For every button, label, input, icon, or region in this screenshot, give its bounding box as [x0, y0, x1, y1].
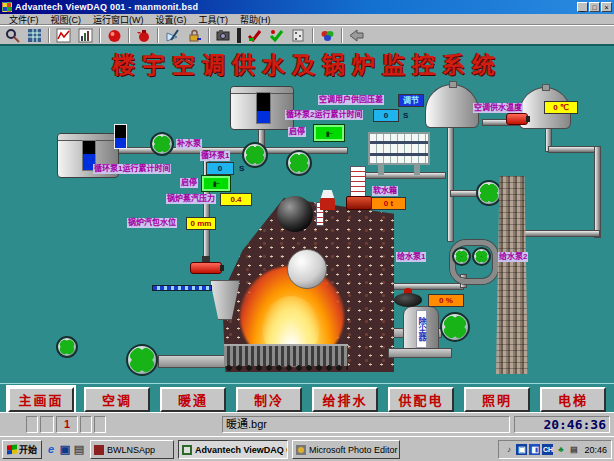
water-tank[interactable] [230, 86, 294, 130]
palette-leaf-icon[interactable] [317, 27, 338, 44]
close-button[interactable]: × [601, 2, 612, 12]
channels-icon[interactable]: ▣ [58, 442, 72, 456]
supply-valve[interactable] [506, 113, 528, 125]
circulation-pump1-fan[interactable] [242, 142, 268, 168]
status-current-file: 暖通.bgr [222, 416, 510, 433]
camera-icon[interactable] [213, 27, 234, 44]
page-nav-strip: 主画面 空调 暖通 制冷 给排水 供配电 照明 电梯 [0, 383, 614, 412]
level-meter [350, 166, 366, 198]
level-meter-base [346, 196, 372, 210]
minimize-button[interactable]: _ [577, 2, 588, 12]
system-tray: ♪ ▣ ◧ CH ♣ ▤ 20:46 [498, 440, 612, 459]
label-makeup-pump: 补水泵 [176, 139, 202, 149]
menu-view[interactable]: 视图(C) [46, 13, 87, 26]
toolbar-separator [237, 28, 241, 43]
maximize-button[interactable]: □ [589, 2, 600, 12]
boiler-drum-level-value: 0 mm [186, 217, 216, 230]
nav-elevator[interactable]: 电梯 [540, 387, 606, 412]
label-boiler-drum-level: 锅炉汽包水位 [127, 218, 177, 228]
heat-exchanger [368, 132, 430, 165]
coal-feed-valve[interactable] [190, 262, 222, 274]
level-gauge-fill [115, 138, 126, 148]
status-clock: 20:46:36 [514, 416, 610, 433]
menu-run-window[interactable]: 运行窗口(W) [88, 13, 149, 26]
check-red-icon[interactable] [244, 27, 265, 44]
tank-level-fill [257, 111, 270, 123]
run-stop-indicator-1[interactable] [202, 176, 230, 191]
nav-main-screen[interactable]: 主画面 [8, 387, 74, 412]
window-title: Advantech ViewDAQ 001 - manmonit.bsd [15, 2, 198, 12]
menu-setup[interactable]: 设置(G) [151, 13, 192, 26]
volume-icon[interactable]: ♪ [503, 444, 514, 455]
search-icon[interactable] [2, 27, 23, 44]
toolbar [0, 25, 614, 44]
bar-chart-icon[interactable] [75, 27, 96, 44]
toolbar-separator [48, 28, 50, 43]
chimney [496, 176, 528, 374]
tree-green-icon[interactable]: ♣ [555, 444, 566, 455]
circ1-runtime-value: 0 [206, 162, 234, 175]
menu-file[interactable]: 文件(F) [4, 13, 44, 26]
network-blue-icon[interactable]: ◧ [529, 444, 540, 455]
input-ch-icon[interactable]: CH [542, 444, 553, 455]
coal-feeder-chain [152, 285, 212, 291]
nav-air-conditioning[interactable]: 空调 [84, 387, 150, 412]
ie-icon[interactable]: e [44, 442, 58, 456]
printer-icon[interactable]: ▤ [568, 444, 579, 455]
back-arrow-icon[interactable] [346, 27, 367, 44]
nav-power-distribution[interactable]: 供配电 [388, 387, 454, 412]
forced-draft-fan[interactable] [126, 344, 158, 376]
induced-draft-fan[interactable] [440, 312, 470, 342]
windows-flag-icon [7, 444, 17, 454]
trend-chart-icon[interactable] [53, 27, 74, 44]
dust-collector-base [388, 348, 452, 358]
circulation-pump-fan[interactable] [286, 150, 312, 176]
menu-help[interactable]: 帮助(H) [235, 13, 276, 26]
menu-tools[interactable]: 工具(T) [194, 13, 234, 26]
ash-hopper [394, 293, 422, 307]
status-cell [26, 416, 38, 433]
makeup-pump-fan[interactable] [150, 132, 174, 156]
check-green-icon[interactable] [266, 27, 287, 44]
data-table-icon[interactable] [24, 27, 45, 44]
pipe [594, 146, 601, 238]
feed-pump1-fan[interactable] [452, 247, 471, 266]
alarm-sphere-icon[interactable] [104, 27, 125, 44]
dust-collector-label: 除尘器 [416, 310, 427, 348]
start-button[interactable]: 开始 [2, 440, 42, 459]
label-start-stop-1: 启停 [180, 178, 198, 188]
monitor-blue-icon[interactable]: ▣ [516, 444, 527, 455]
heat-exchanger-leg [378, 165, 384, 175]
task-bwlnsapp[interactable]: BWLNSApp [90, 440, 174, 459]
ac-diff-adjust-box[interactable]: 调节 [398, 94, 424, 107]
nav-hvac[interactable]: 暖通 [160, 387, 226, 412]
window-controls: _ □ × [577, 2, 612, 12]
soft-water-value: 0 t [371, 197, 406, 210]
status-bar: 1 暖通.bgr 20:46:36 [0, 412, 614, 436]
task-label: Microsoft Photo Editor ... [309, 445, 400, 455]
start-label: 开始 [19, 443, 37, 456]
heat-exchanger-leg [414, 165, 420, 175]
lock-icon[interactable] [184, 27, 205, 44]
nav-refrigeration[interactable]: 制冷 [236, 387, 302, 412]
run-stop-indicator-2[interactable] [314, 125, 344, 141]
drain-pump-fan[interactable] [56, 336, 78, 358]
task-viewdaq[interactable]: Advantech ViewDAQ 001 [178, 440, 288, 459]
steam-drum-lower [287, 249, 327, 289]
label-circ-pump1: 循环泵1 [200, 151, 230, 161]
pen-flag-icon[interactable] [162, 27, 183, 44]
label-circ1-runtime: 循环泵1运行累计时间 [93, 164, 171, 174]
circulation-pump2-fan[interactable] [476, 180, 502, 206]
show-desktop-icon[interactable]: ▤ [72, 442, 86, 456]
status-cell [94, 416, 106, 433]
task-photo-editor[interactable]: Microsoft Photo Editor ... [292, 440, 400, 459]
tank-level-window [256, 92, 271, 123]
nav-lighting[interactable]: 照明 [464, 387, 530, 412]
feed-pump2-fan[interactable] [472, 247, 491, 266]
task-app-icon [94, 445, 104, 455]
circ2-runtime-unit: S [403, 111, 408, 120]
report-dice-icon[interactable] [288, 27, 309, 44]
alarm-kettle-icon[interactable] [133, 27, 154, 44]
nav-water-drainage[interactable]: 给排水 [312, 387, 378, 412]
circ2-runtime-value: 0 [373, 109, 399, 122]
